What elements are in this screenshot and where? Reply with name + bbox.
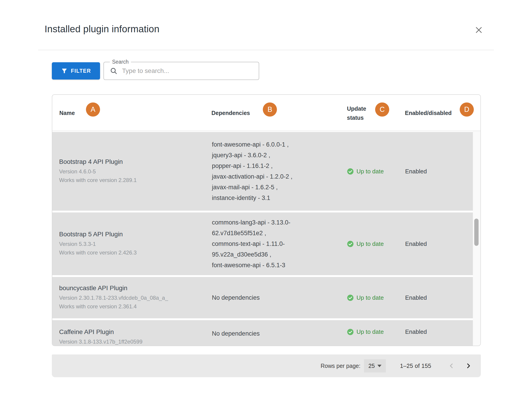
chevron-left-icon (447, 362, 455, 370)
chevron-right-icon (465, 362, 472, 370)
column-header-name: Name (59, 110, 75, 116)
update-status-text: Up to date (356, 168, 384, 175)
rows-per-page-select[interactable]: 25 (364, 359, 386, 372)
plugin-name: Bootstrap 4 API Plugin (59, 158, 196, 165)
search-field-label: Search (110, 59, 131, 65)
next-page-button[interactable] (463, 360, 474, 371)
pagination-range: 1–25 of 155 (400, 363, 431, 369)
search-input[interactable] (122, 67, 245, 74)
plugin-dependencies: commons-lang3-api - 3.13.0- 62.v7d18e55f… (212, 217, 332, 271)
enabled-status-text: Enabled (405, 294, 427, 301)
plugin-version: Version 5.3.3-1 (59, 240, 196, 248)
plugin-name: Bootstrap 5 API Plugin (59, 231, 196, 238)
table-header-row: Name A Dependencies B Update status C En… (52, 95, 480, 131)
plugin-name: bouncycastle API Plugin (59, 285, 196, 292)
close-button[interactable] (472, 24, 485, 36)
page-title: Installed plugin information (45, 24, 159, 35)
rows-per-page-value: 25 (369, 363, 375, 369)
column-header-update-status: Update status (347, 104, 374, 122)
pagination-bar: Rows per page: 25 1–25 of 155 (52, 354, 481, 377)
filter-button[interactable]: FILTER (52, 62, 100, 80)
table-row: bouncycastle API Plugin Version 2.30.1.7… (52, 277, 473, 318)
close-icon (475, 26, 483, 34)
up-to-date-icon (347, 240, 354, 247)
title-divider (38, 50, 494, 50)
annotation-badge-a: A (86, 102, 100, 117)
table-row: Bootstrap 5 API Plugin Version 5.3.3-1 W… (52, 213, 473, 275)
table-body: Bootstrap 4 API Plugin Version 4.6.0-5 W… (52, 131, 480, 346)
plugin-version: Version 4.6.0-5 (59, 167, 196, 176)
prev-page-button[interactable] (446, 360, 457, 371)
plugin-core-version: Works with core version 2.361.4 (59, 302, 196, 311)
enabled-status-text: Enabled (405, 328, 427, 335)
plugin-name: Caffeine API Plugin (59, 328, 196, 336)
enabled-status-text: Enabled (405, 240, 427, 247)
table-row: Bootstrap 4 API Plugin Version 4.6.0-5 W… (52, 132, 473, 211)
annotation-badge-b: B (263, 102, 277, 117)
annotation-badge-c: C (375, 102, 389, 117)
column-header-enabled-disabled: Enabled/disabled (405, 110, 452, 116)
enabled-status-text: Enabled (405, 168, 427, 175)
plugin-dependencies: No dependencies (212, 328, 332, 339)
table-row: Caffeine API Plugin Version 3.1.8-133.v1… (52, 320, 473, 346)
plugin-table-card: Name A Dependencies B Update status C En… (52, 94, 481, 346)
search-field[interactable]: Search (104, 62, 259, 80)
update-status-text: Up to date (356, 328, 384, 335)
plugin-core-version: Works with core version 2.426.3 (59, 248, 196, 257)
filter-button-label: FILTER (71, 68, 91, 74)
plugin-version: Version 3.1.8-133.v17b_1ff2e0599 (59, 337, 196, 346)
caret-down-icon (377, 365, 381, 367)
scrollbar-thumb[interactable] (474, 219, 479, 246)
plugin-dependencies: No dependencies (212, 292, 332, 303)
up-to-date-icon (347, 168, 354, 175)
plugin-core-version: Works with core version 2.289.1 (59, 176, 196, 185)
search-icon (110, 67, 118, 75)
installed-plugin-dialog: Installed plugin information FILTER Sear… (0, 0, 532, 409)
annotation-badge-d: D (460, 102, 474, 117)
update-status-text: Up to date (356, 240, 384, 247)
column-header-dependencies: Dependencies (211, 110, 250, 116)
update-status-text: Up to date (356, 294, 384, 301)
rows-per-page-label: Rows per page: (321, 363, 360, 369)
filter-icon (61, 67, 68, 74)
up-to-date-icon (347, 329, 354, 335)
plugin-version: Version 2.30.1.78.1-233.vfdcdeb_0a_08a_a… (59, 294, 196, 302)
up-to-date-icon (347, 294, 354, 301)
plugin-dependencies: font-awesome-api - 6.0.0-1 , jquery3-api… (212, 139, 332, 203)
